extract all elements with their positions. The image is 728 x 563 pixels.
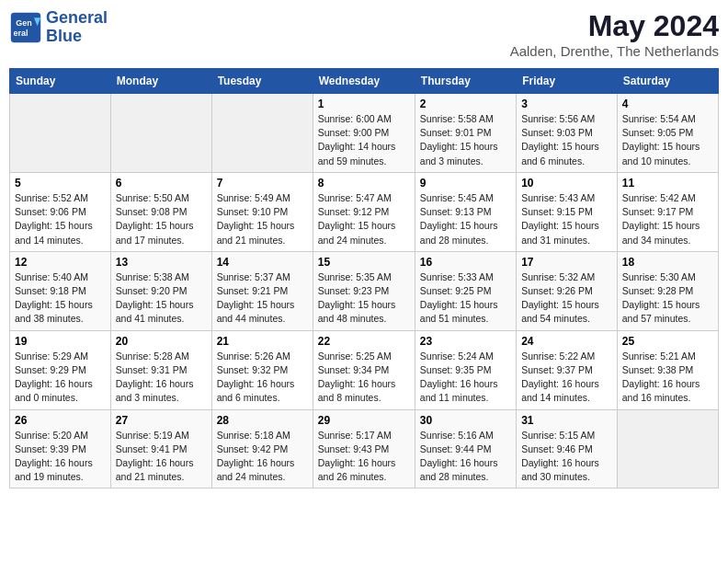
day-info: Sunrise: 5:32 AM Sunset: 9:26 PM Dayligh…: [521, 270, 612, 327]
day-cell: 12Sunrise: 5:40 AM Sunset: 9:18 PM Dayli…: [10, 251, 111, 330]
day-info: Sunrise: 5:21 AM Sunset: 9:38 PM Dayligh…: [622, 350, 713, 406]
day-cell: 14Sunrise: 5:37 AM Sunset: 9:21 PM Dayli…: [211, 251, 313, 330]
day-info: Sunrise: 5:35 AM Sunset: 9:23 PM Dayligh…: [318, 270, 410, 327]
day-number: 4: [622, 98, 713, 110]
day-cell: 3Sunrise: 5:56 AM Sunset: 9:03 PM Daylig…: [517, 94, 618, 173]
location-title: Aalden, Drenthe, The Netherlands: [510, 43, 719, 59]
day-cell: 24Sunrise: 5:22 AM Sunset: 9:37 PM Dayli…: [517, 330, 618, 409]
day-info: Sunrise: 5:56 AM Sunset: 9:03 PM Dayligh…: [521, 112, 612, 168]
day-cell: 22Sunrise: 5:25 AM Sunset: 9:34 PM Dayli…: [313, 330, 415, 409]
day-info: Sunrise: 5:20 AM Sunset: 9:39 PM Dayligh…: [15, 429, 106, 485]
day-cell: 26Sunrise: 5:20 AM Sunset: 9:39 PM Dayli…: [10, 409, 111, 488]
day-cell: [10, 94, 111, 173]
logo-line2: Blue: [46, 27, 82, 45]
day-cell: 28Sunrise: 5:18 AM Sunset: 9:42 PM Dayli…: [211, 409, 313, 488]
col-tuesday: Tuesday: [211, 69, 313, 94]
day-number: 19: [15, 335, 106, 348]
col-monday: Monday: [110, 69, 211, 94]
day-info: Sunrise: 6:00 AM Sunset: 9:00 PM Dayligh…: [318, 112, 410, 168]
day-number: 27: [116, 414, 207, 427]
day-info: Sunrise: 5:40 AM Sunset: 9:18 PM Dayligh…: [15, 270, 106, 327]
day-info: Sunrise: 5:54 AM Sunset: 9:05 PM Dayligh…: [622, 112, 713, 168]
day-cell: 7Sunrise: 5:49 AM Sunset: 9:10 PM Daylig…: [211, 172, 313, 251]
day-number: 21: [217, 335, 308, 348]
day-info: Sunrise: 5:18 AM Sunset: 9:42 PM Dayligh…: [217, 429, 308, 485]
col-sunday: Sunday: [10, 69, 111, 94]
day-info: Sunrise: 5:37 AM Sunset: 9:21 PM Dayligh…: [217, 270, 308, 327]
day-number: 1: [318, 98, 410, 110]
day-info: Sunrise: 5:25 AM Sunset: 9:34 PM Dayligh…: [318, 350, 410, 406]
day-number: 31: [521, 414, 612, 427]
day-cell: 18Sunrise: 5:30 AM Sunset: 9:28 PM Dayli…: [617, 251, 718, 330]
day-info: Sunrise: 5:22 AM Sunset: 9:37 PM Dayligh…: [521, 350, 612, 406]
day-info: Sunrise: 5:42 AM Sunset: 9:17 PM Dayligh…: [622, 191, 713, 247]
day-info: Sunrise: 5:15 AM Sunset: 9:46 PM Dayligh…: [521, 429, 612, 485]
calendar-body: 1Sunrise: 6:00 AM Sunset: 9:00 PM Daylig…: [10, 94, 719, 488]
day-number: 11: [622, 177, 713, 190]
day-number: 7: [217, 177, 308, 190]
day-cell: 29Sunrise: 5:17 AM Sunset: 9:43 PM Dayli…: [313, 409, 415, 488]
day-cell: 11Sunrise: 5:42 AM Sunset: 9:17 PM Dayli…: [617, 172, 718, 251]
day-number: 13: [116, 256, 207, 269]
page-header: Gen eral General Blue May 2024 Aalden, D…: [9, 9, 719, 59]
day-cell: [211, 94, 313, 173]
day-number: 20: [116, 335, 207, 348]
day-number: 23: [420, 335, 511, 348]
day-number: 12: [15, 256, 106, 269]
week-row-3: 12Sunrise: 5:40 AM Sunset: 9:18 PM Dayli…: [10, 251, 719, 330]
day-number: 9: [420, 177, 511, 190]
logo: Gen eral General Blue: [9, 9, 108, 46]
day-cell: 25Sunrise: 5:21 AM Sunset: 9:38 PM Dayli…: [617, 330, 718, 409]
col-saturday: Saturday: [617, 69, 718, 94]
week-row-5: 26Sunrise: 5:20 AM Sunset: 9:39 PM Dayli…: [10, 409, 719, 488]
week-row-4: 19Sunrise: 5:29 AM Sunset: 9:29 PM Dayli…: [10, 330, 719, 409]
day-cell: 8Sunrise: 5:47 AM Sunset: 9:12 PM Daylig…: [313, 172, 415, 251]
day-number: 25: [622, 335, 713, 348]
day-info: Sunrise: 5:26 AM Sunset: 9:32 PM Dayligh…: [217, 350, 308, 406]
day-cell: [110, 94, 211, 173]
day-cell: 10Sunrise: 5:43 AM Sunset: 9:15 PM Dayli…: [517, 172, 618, 251]
svg-text:eral: eral: [14, 29, 28, 38]
day-info: Sunrise: 5:24 AM Sunset: 9:35 PM Dayligh…: [420, 350, 511, 406]
day-info: Sunrise: 5:43 AM Sunset: 9:15 PM Dayligh…: [521, 191, 612, 247]
day-info: Sunrise: 5:50 AM Sunset: 9:08 PM Dayligh…: [116, 191, 207, 247]
day-cell: 31Sunrise: 5:15 AM Sunset: 9:46 PM Dayli…: [517, 409, 618, 488]
day-info: Sunrise: 5:30 AM Sunset: 9:28 PM Dayligh…: [622, 270, 713, 327]
week-row-2: 5Sunrise: 5:52 AM Sunset: 9:06 PM Daylig…: [10, 172, 719, 251]
day-info: Sunrise: 5:17 AM Sunset: 9:43 PM Dayligh…: [318, 429, 410, 485]
day-number: 22: [318, 335, 410, 348]
day-cell: 6Sunrise: 5:50 AM Sunset: 9:08 PM Daylig…: [110, 172, 211, 251]
day-cell: 17Sunrise: 5:32 AM Sunset: 9:26 PM Dayli…: [517, 251, 618, 330]
day-info: Sunrise: 5:29 AM Sunset: 9:29 PM Dayligh…: [15, 350, 106, 406]
col-wednesday: Wednesday: [313, 69, 415, 94]
day-cell: 1Sunrise: 6:00 AM Sunset: 9:00 PM Daylig…: [313, 94, 415, 173]
day-info: Sunrise: 5:16 AM Sunset: 9:44 PM Dayligh…: [420, 429, 511, 485]
month-title: May 2024: [510, 9, 719, 43]
day-number: 16: [420, 256, 511, 269]
day-cell: 19Sunrise: 5:29 AM Sunset: 9:29 PM Dayli…: [10, 330, 111, 409]
day-info: Sunrise: 5:28 AM Sunset: 9:31 PM Dayligh…: [116, 350, 207, 406]
day-number: 3: [521, 98, 612, 110]
day-cell: 16Sunrise: 5:33 AM Sunset: 9:25 PM Dayli…: [415, 251, 516, 330]
col-friday: Friday: [517, 69, 618, 94]
day-info: Sunrise: 5:47 AM Sunset: 9:12 PM Dayligh…: [318, 191, 410, 247]
day-cell: 2Sunrise: 5:58 AM Sunset: 9:01 PM Daylig…: [415, 94, 516, 173]
title-block: May 2024 Aalden, Drenthe, The Netherland…: [510, 9, 719, 59]
day-number: 26: [15, 414, 106, 427]
day-number: 30: [420, 414, 511, 427]
day-number: 10: [521, 177, 612, 190]
day-cell: 27Sunrise: 5:19 AM Sunset: 9:41 PM Dayli…: [110, 409, 211, 488]
day-info: Sunrise: 5:19 AM Sunset: 9:41 PM Dayligh…: [116, 429, 207, 485]
header-row: Sunday Monday Tuesday Wednesday Thursday…: [10, 69, 719, 94]
day-number: 18: [622, 256, 713, 269]
week-row-1: 1Sunrise: 6:00 AM Sunset: 9:00 PM Daylig…: [10, 94, 719, 173]
day-number: 29: [318, 414, 410, 427]
day-info: Sunrise: 5:52 AM Sunset: 9:06 PM Dayligh…: [15, 191, 106, 247]
day-cell: 15Sunrise: 5:35 AM Sunset: 9:23 PM Dayli…: [313, 251, 415, 330]
day-cell: 9Sunrise: 5:45 AM Sunset: 9:13 PM Daylig…: [415, 172, 516, 251]
logo-icon: Gen eral: [9, 11, 42, 44]
day-info: Sunrise: 5:38 AM Sunset: 9:20 PM Dayligh…: [116, 270, 207, 327]
logo-line1: General: [46, 8, 108, 27]
day-cell: 4Sunrise: 5:54 AM Sunset: 9:05 PM Daylig…: [617, 94, 718, 173]
day-cell: 5Sunrise: 5:52 AM Sunset: 9:06 PM Daylig…: [10, 172, 111, 251]
